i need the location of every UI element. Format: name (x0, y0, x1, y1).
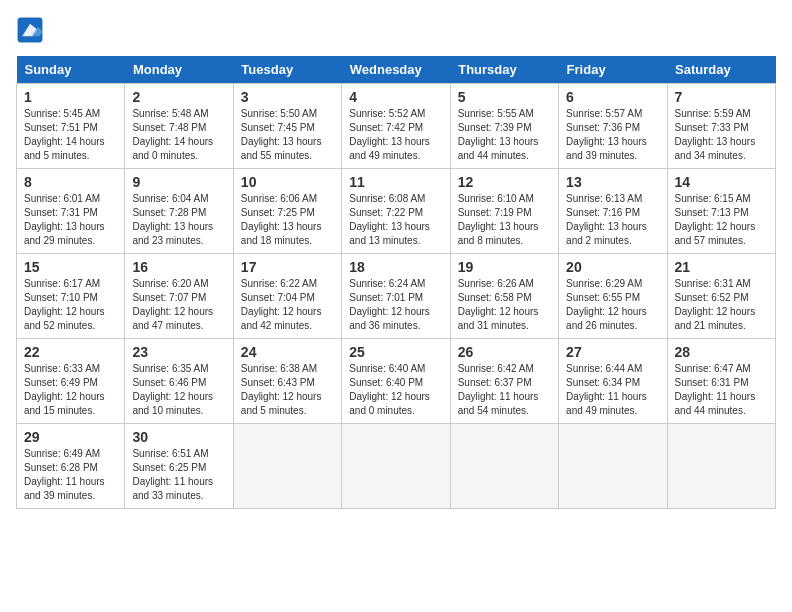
calendar-day-16: 16 Sunrise: 6:20 AMSunset: 7:07 PMDaylig… (125, 254, 233, 339)
calendar-table: SundayMondayTuesdayWednesdayThursdayFrid… (16, 56, 776, 509)
day-number: 23 (132, 344, 225, 360)
day-number: 7 (675, 89, 768, 105)
day-info: Sunrise: 6:08 AMSunset: 7:22 PMDaylight:… (349, 193, 430, 246)
empty-cell (233, 424, 341, 509)
day-number: 12 (458, 174, 551, 190)
day-info: Sunrise: 5:57 AMSunset: 7:36 PMDaylight:… (566, 108, 647, 161)
calendar-day-19: 19 Sunrise: 6:26 AMSunset: 6:58 PMDaylig… (450, 254, 558, 339)
day-header-friday: Friday (559, 56, 667, 84)
day-info: Sunrise: 6:06 AMSunset: 7:25 PMDaylight:… (241, 193, 322, 246)
day-info: Sunrise: 6:51 AMSunset: 6:25 PMDaylight:… (132, 448, 213, 501)
day-info: Sunrise: 6:20 AMSunset: 7:07 PMDaylight:… (132, 278, 213, 331)
calendar-day-2: 2 Sunrise: 5:48 AMSunset: 7:48 PMDayligh… (125, 84, 233, 169)
day-header-tuesday: Tuesday (233, 56, 341, 84)
calendar-day-8: 8 Sunrise: 6:01 AMSunset: 7:31 PMDayligh… (17, 169, 125, 254)
calendar-day-30: 30 Sunrise: 6:51 AMSunset: 6:25 PMDaylig… (125, 424, 233, 509)
day-number: 13 (566, 174, 659, 190)
day-number: 2 (132, 89, 225, 105)
day-number: 11 (349, 174, 442, 190)
day-number: 24 (241, 344, 334, 360)
day-info: Sunrise: 6:17 AMSunset: 7:10 PMDaylight:… (24, 278, 105, 331)
calendar-day-1: 1 Sunrise: 5:45 AMSunset: 7:51 PMDayligh… (17, 84, 125, 169)
day-number: 29 (24, 429, 117, 445)
day-number: 28 (675, 344, 768, 360)
day-info: Sunrise: 5:45 AMSunset: 7:51 PMDaylight:… (24, 108, 105, 161)
calendar-day-18: 18 Sunrise: 6:24 AMSunset: 7:01 PMDaylig… (342, 254, 450, 339)
day-info: Sunrise: 6:42 AMSunset: 6:37 PMDaylight:… (458, 363, 539, 416)
day-header-wednesday: Wednesday (342, 56, 450, 84)
day-number: 15 (24, 259, 117, 275)
day-number: 17 (241, 259, 334, 275)
day-number: 26 (458, 344, 551, 360)
day-number: 27 (566, 344, 659, 360)
day-info: Sunrise: 6:31 AMSunset: 6:52 PMDaylight:… (675, 278, 756, 331)
day-info: Sunrise: 5:55 AMSunset: 7:39 PMDaylight:… (458, 108, 539, 161)
calendar-day-28: 28 Sunrise: 6:47 AMSunset: 6:31 PMDaylig… (667, 339, 775, 424)
calendar-day-27: 27 Sunrise: 6:44 AMSunset: 6:34 PMDaylig… (559, 339, 667, 424)
logo-icon (16, 16, 44, 44)
day-info: Sunrise: 5:50 AMSunset: 7:45 PMDaylight:… (241, 108, 322, 161)
day-info: Sunrise: 6:24 AMSunset: 7:01 PMDaylight:… (349, 278, 430, 331)
day-number: 5 (458, 89, 551, 105)
day-info: Sunrise: 6:47 AMSunset: 6:31 PMDaylight:… (675, 363, 756, 416)
calendar-day-3: 3 Sunrise: 5:50 AMSunset: 7:45 PMDayligh… (233, 84, 341, 169)
day-number: 9 (132, 174, 225, 190)
calendar-day-11: 11 Sunrise: 6:08 AMSunset: 7:22 PMDaylig… (342, 169, 450, 254)
empty-cell (450, 424, 558, 509)
day-info: Sunrise: 6:15 AMSunset: 7:13 PMDaylight:… (675, 193, 756, 246)
day-number: 19 (458, 259, 551, 275)
day-info: Sunrise: 6:33 AMSunset: 6:49 PMDaylight:… (24, 363, 105, 416)
calendar-day-26: 26 Sunrise: 6:42 AMSunset: 6:37 PMDaylig… (450, 339, 558, 424)
calendar-day-15: 15 Sunrise: 6:17 AMSunset: 7:10 PMDaylig… (17, 254, 125, 339)
calendar-day-22: 22 Sunrise: 6:33 AMSunset: 6:49 PMDaylig… (17, 339, 125, 424)
day-info: Sunrise: 6:44 AMSunset: 6:34 PMDaylight:… (566, 363, 647, 416)
day-info: Sunrise: 6:40 AMSunset: 6:40 PMDaylight:… (349, 363, 430, 416)
day-number: 6 (566, 89, 659, 105)
calendar-day-20: 20 Sunrise: 6:29 AMSunset: 6:55 PMDaylig… (559, 254, 667, 339)
day-number: 16 (132, 259, 225, 275)
day-info: Sunrise: 5:52 AMSunset: 7:42 PMDaylight:… (349, 108, 430, 161)
day-number: 14 (675, 174, 768, 190)
day-info: Sunrise: 6:01 AMSunset: 7:31 PMDaylight:… (24, 193, 105, 246)
calendar-day-6: 6 Sunrise: 5:57 AMSunset: 7:36 PMDayligh… (559, 84, 667, 169)
day-number: 10 (241, 174, 334, 190)
day-info: Sunrise: 6:13 AMSunset: 7:16 PMDaylight:… (566, 193, 647, 246)
day-header-monday: Monday (125, 56, 233, 84)
day-number: 8 (24, 174, 117, 190)
day-number: 21 (675, 259, 768, 275)
day-info: Sunrise: 6:10 AMSunset: 7:19 PMDaylight:… (458, 193, 539, 246)
day-info: Sunrise: 6:29 AMSunset: 6:55 PMDaylight:… (566, 278, 647, 331)
day-info: Sunrise: 6:35 AMSunset: 6:46 PMDaylight:… (132, 363, 213, 416)
calendar-day-24: 24 Sunrise: 6:38 AMSunset: 6:43 PMDaylig… (233, 339, 341, 424)
calendar-day-21: 21 Sunrise: 6:31 AMSunset: 6:52 PMDaylig… (667, 254, 775, 339)
day-info: Sunrise: 6:22 AMSunset: 7:04 PMDaylight:… (241, 278, 322, 331)
day-info: Sunrise: 5:59 AMSunset: 7:33 PMDaylight:… (675, 108, 756, 161)
calendar-day-10: 10 Sunrise: 6:06 AMSunset: 7:25 PMDaylig… (233, 169, 341, 254)
day-number: 20 (566, 259, 659, 275)
day-info: Sunrise: 6:49 AMSunset: 6:28 PMDaylight:… (24, 448, 105, 501)
day-info: Sunrise: 6:04 AMSunset: 7:28 PMDaylight:… (132, 193, 213, 246)
calendar-day-13: 13 Sunrise: 6:13 AMSunset: 7:16 PMDaylig… (559, 169, 667, 254)
day-info: Sunrise: 6:38 AMSunset: 6:43 PMDaylight:… (241, 363, 322, 416)
calendar-day-9: 9 Sunrise: 6:04 AMSunset: 7:28 PMDayligh… (125, 169, 233, 254)
day-number: 1 (24, 89, 117, 105)
empty-cell (559, 424, 667, 509)
day-number: 30 (132, 429, 225, 445)
calendar-day-25: 25 Sunrise: 6:40 AMSunset: 6:40 PMDaylig… (342, 339, 450, 424)
day-header-thursday: Thursday (450, 56, 558, 84)
day-header-saturday: Saturday (667, 56, 775, 84)
calendar-day-7: 7 Sunrise: 5:59 AMSunset: 7:33 PMDayligh… (667, 84, 775, 169)
calendar-day-12: 12 Sunrise: 6:10 AMSunset: 7:19 PMDaylig… (450, 169, 558, 254)
day-info: Sunrise: 6:26 AMSunset: 6:58 PMDaylight:… (458, 278, 539, 331)
calendar-day-5: 5 Sunrise: 5:55 AMSunset: 7:39 PMDayligh… (450, 84, 558, 169)
day-number: 22 (24, 344, 117, 360)
calendar-day-17: 17 Sunrise: 6:22 AMSunset: 7:04 PMDaylig… (233, 254, 341, 339)
calendar-day-4: 4 Sunrise: 5:52 AMSunset: 7:42 PMDayligh… (342, 84, 450, 169)
calendar-day-14: 14 Sunrise: 6:15 AMSunset: 7:13 PMDaylig… (667, 169, 775, 254)
day-number: 4 (349, 89, 442, 105)
calendar-day-29: 29 Sunrise: 6:49 AMSunset: 6:28 PMDaylig… (17, 424, 125, 509)
day-header-sunday: Sunday (17, 56, 125, 84)
day-number: 25 (349, 344, 442, 360)
empty-cell (667, 424, 775, 509)
calendar-day-23: 23 Sunrise: 6:35 AMSunset: 6:46 PMDaylig… (125, 339, 233, 424)
